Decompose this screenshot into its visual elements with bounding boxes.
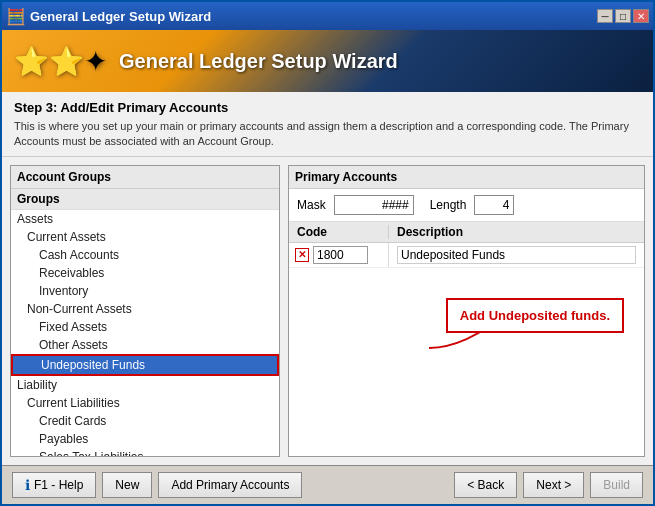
mask-label: Mask <box>297 198 326 212</box>
length-input[interactable] <box>474 195 514 215</box>
main-content: Account Groups Groups Assets Current Ass… <box>2 157 653 465</box>
callout-box: Add Undeposited funds. <box>446 298 624 333</box>
groups-header: Groups <box>11 189 279 210</box>
help-label: F1 - Help <box>34 478 83 492</box>
close-button[interactable]: ✕ <box>633 9 649 23</box>
title-bar-left: 🧮 General Ledger Setup Wizard <box>6 7 211 26</box>
add-primary-label: Add Primary Accounts <box>171 478 289 492</box>
column-header-code: Code <box>289 225 389 239</box>
new-button[interactable]: New <box>102 472 152 498</box>
build-button[interactable]: Build <box>590 472 643 498</box>
tree-item-other-assets[interactable]: Other Assets <box>11 336 279 354</box>
banner: ⭐⭐✦ General Ledger Setup Wizard <box>2 30 653 92</box>
tree-item-undeposited-funds[interactable]: Undeposited Funds <box>11 354 279 376</box>
tree-item-current-liabilities[interactable]: Current Liabilities <box>11 394 279 412</box>
title-bar: 🧮 General Ledger Setup Wizard ─ □ ✕ <box>2 2 653 30</box>
tree-item-non-current-assets[interactable]: Non-Current Assets <box>11 300 279 318</box>
title-bar-controls: ─ □ ✕ <box>597 9 649 23</box>
code-cell: ✕ <box>289 243 389 267</box>
main-window: 🧮 General Ledger Setup Wizard ─ □ ✕ ⭐⭐✦ … <box>0 0 655 506</box>
title-bar-text: General Ledger Setup Wizard <box>30 9 211 24</box>
tree-item-sales-tax[interactable]: Sales Tax Liabilities <box>11 448 279 456</box>
tree-item-receivables[interactable]: Receivables <box>11 264 279 282</box>
account-groups-panel: Account Groups Groups Assets Current Ass… <box>10 165 280 457</box>
tree-container[interactable]: Groups Assets Current Assets Cash Accoun… <box>11 189 279 456</box>
add-primary-button[interactable]: Add Primary Accounts <box>158 472 302 498</box>
step-description: This is where you set up your main or pr… <box>14 119 641 150</box>
tree-item-cash-accounts[interactable]: Cash Accounts <box>11 246 279 264</box>
app-icon: 🧮 <box>6 7 26 26</box>
step-header: Step 3: Add/Edit Primary Accounts This i… <box>2 92 653 157</box>
table-row: ✕ <box>289 243 644 268</box>
tree-item-inventory[interactable]: Inventory <box>11 282 279 300</box>
help-icon: ℹ <box>25 477 30 493</box>
footer: ℹ F1 - Help New Add Primary Accounts < B… <box>2 465 653 504</box>
description-cell <box>389 243 644 267</box>
tree-item-current-assets[interactable]: Current Assets <box>11 228 279 246</box>
description-input[interactable] <box>397 246 636 264</box>
help-button[interactable]: ℹ F1 - Help <box>12 472 96 498</box>
step-title: Step 3: Add/Edit Primary Accounts <box>14 100 641 115</box>
back-button[interactable]: < Back <box>454 472 517 498</box>
tree-item-credit-cards[interactable]: Credit Cards <box>11 412 279 430</box>
column-header-description: Description <box>389 225 644 239</box>
primary-accounts-panel: Primary Accounts Mask Length Code Descri… <box>288 165 645 457</box>
banner-stars: ⭐⭐✦ <box>14 45 107 78</box>
account-groups-title: Account Groups <box>11 166 279 189</box>
code-input[interactable] <box>313 246 368 264</box>
next-label: Next > <box>536 478 571 492</box>
banner-title: General Ledger Setup Wizard <box>119 50 398 73</box>
callout-container: Add Undeposited funds. <box>289 268 644 456</box>
mask-input[interactable] <box>334 195 414 215</box>
back-label: < Back <box>467 478 504 492</box>
primary-accounts-title: Primary Accounts <box>289 166 644 189</box>
new-label: New <box>115 478 139 492</box>
mask-row: Mask Length <box>289 189 644 222</box>
build-label: Build <box>603 478 630 492</box>
length-label: Length <box>430 198 467 212</box>
minimize-button[interactable]: ─ <box>597 9 613 23</box>
table-header: Code Description <box>289 222 644 243</box>
delete-row-button[interactable]: ✕ <box>295 248 309 262</box>
tree-item-fixed-assets[interactable]: Fixed Assets <box>11 318 279 336</box>
maximize-button[interactable]: □ <box>615 9 631 23</box>
group-assets: Assets <box>11 210 279 228</box>
next-button[interactable]: Next > <box>523 472 584 498</box>
group-liability: Liability <box>11 376 279 394</box>
tree-item-payables[interactable]: Payables <box>11 430 279 448</box>
